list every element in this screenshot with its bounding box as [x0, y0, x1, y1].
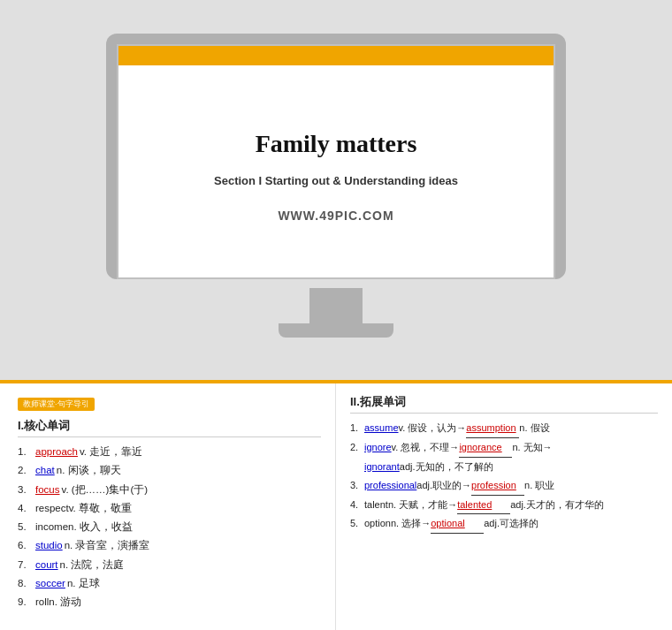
- content-section: 教师课堂·句字导引 I.核心单词 1. approach v. 走近，靠近 2.…: [0, 380, 672, 630]
- slide-title: Family matters: [256, 130, 417, 158]
- vocab-list: 1. approach v. 走近，靠近 2. chat n. 闲谈，聊天 3.…: [18, 443, 321, 611]
- right-column: II.拓展单词 1. assume v. 假设，认为→ assumption n…: [336, 383, 672, 630]
- list-item: 7. court n. 法院，法庭: [18, 556, 321, 574]
- vocab-section-title: I.核心单词: [18, 418, 321, 437]
- monitor-section: 元素素材 元素素材 Family matters Section I Start…: [0, 0, 672, 380]
- list-item: 2. chat n. 闲谈，聊天: [18, 461, 321, 480]
- list-item: 3. professional adj.职业的→ profession n. 职…: [350, 476, 658, 496]
- expand-list: 1. assume v. 假设，认为→ assumption n. 假设 2. …: [350, 419, 658, 534]
- left-column: 教师课堂·句字导引 I.核心单词 1. approach v. 走近，靠近 2.…: [0, 383, 336, 630]
- slide-watermark: WWW.49PIC.COM: [278, 209, 393, 223]
- list-item: 6. studio n. 录音室，演播室: [18, 536, 321, 555]
- monitor-frame: Family matters Section I Starting out & …: [106, 34, 566, 279]
- monitor-stand-base: [279, 323, 393, 338]
- monitor-top-bar: [118, 46, 554, 65]
- monitor-stand-neck: [309, 288, 363, 323]
- list-item: 4. respect v. 尊敬，敬重: [18, 499, 321, 518]
- list-item: 3. focus v. (把……)集中(于): [18, 481, 321, 499]
- expand-section-title: II.拓展单词: [350, 394, 658, 414]
- slide-content: Family matters Section I Starting out & …: [118, 65, 554, 277]
- list-item: 9. roll n. 游动: [18, 593, 321, 611]
- section-tag: 教师课堂·句字导引: [18, 398, 95, 411]
- list-item: 2. ignore v. 忽视，不理→ ignorance n. 无知→ ign…: [350, 438, 658, 476]
- list-item: 4. talent n. 天赋，才能→ talented adj.天才的，有才华…: [350, 496, 658, 515]
- list-item: 1. assume v. 假设，认为→ assumption n. 假设: [350, 419, 658, 438]
- slide-subtitle: Section I Starting out & Understanding i…: [214, 174, 458, 187]
- list-item: 8. soccer n. 足球: [18, 574, 321, 593]
- list-item: 1. approach v. 走近，靠近: [18, 443, 321, 461]
- monitor-screen: Family matters Section I Starting out & …: [117, 44, 555, 279]
- list-item: 5. income n. 收入，收益: [18, 518, 321, 536]
- list-item: 5. option n. 选择→ optional adj.可选择的: [350, 514, 658, 534]
